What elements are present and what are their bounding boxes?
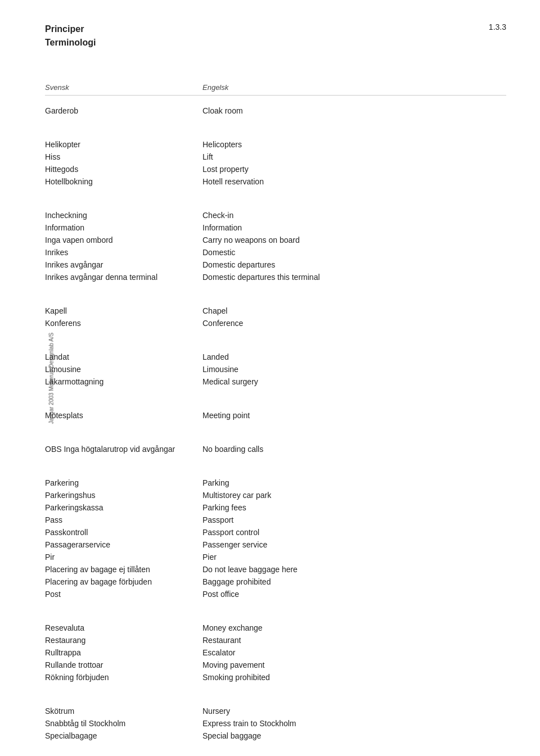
vocab-swedish-term: Limousine: [45, 365, 202, 374]
vocab-swedish-term: OBS Inga högtalarutrop vid avgångar: [45, 445, 202, 454]
vocab-english-term: Express train to Stockholm: [202, 719, 506, 728]
vocab-swedish-term: Konferens: [45, 319, 202, 328]
vocab-english-term: Special baggage: [202, 731, 506, 740]
section-gap: [45, 467, 506, 477]
vocab-row: HelikopterHelicopters: [45, 138, 506, 151]
vocab-row: Placering av bagage ej tillåtenDo not le…: [45, 563, 506, 576]
section-gap: [45, 199, 506, 209]
vocab-swedish-term: Hiss: [45, 152, 202, 161]
vocab-swedish-term: Parkeringskassa: [45, 503, 202, 512]
vocab-row: PostPost office: [45, 588, 506, 600]
vocab-section-9: SkötrumNurserySnabbtåg til StockholmExpr…: [45, 705, 506, 742]
vocab-english-term: Conference: [202, 319, 506, 328]
vocab-english-term: Information: [202, 223, 506, 232]
vocab-swedish-term: Placering av bagage ej tillåten: [45, 565, 202, 574]
vocab-english-term: Multistorey car park: [202, 491, 506, 500]
vocab-english-term: Medical surgery: [202, 377, 506, 386]
vocab-row: MötesplatsMeeting point: [45, 409, 506, 422]
vocab-english-term: Check-in: [202, 211, 506, 220]
vocab-english-term: Meeting point: [202, 411, 506, 420]
vocab-row: InrikesDomestic: [45, 246, 506, 259]
vocab-swedish-term: Resevaluta: [45, 623, 202, 632]
vocab-row: ResevalutaMoney exchange: [45, 622, 506, 634]
vocab-english-term: Carry no weapons on board: [202, 236, 506, 245]
vocab-english-term: Nursery: [202, 707, 506, 716]
vocab-row: ParkeringParking: [45, 477, 506, 489]
vocab-swedish-term: Helikopter: [45, 140, 202, 149]
vocab-swedish-term: Inrikes avgångar denna terminal: [45, 273, 202, 282]
vocab-row: Snabbtåg til StockholmExpress train to S…: [45, 717, 506, 730]
vocab-english-term: Domestic departures: [202, 260, 506, 269]
vocab-swedish-term: Rökning förbjuden: [45, 673, 202, 682]
vocab-swedish-term: Garderob: [45, 106, 202, 115]
vocab-english-term: Lift: [202, 152, 506, 161]
section-gap: [45, 295, 506, 305]
vocab-row: RestaurangRestaurant: [45, 634, 506, 646]
vocab-row: ParkeringskassaParking fees: [45, 501, 506, 514]
vocab-english-term: Post office: [202, 590, 506, 599]
vocab-section-2: IncheckningCheck-inInformationInformatio…: [45, 209, 506, 283]
vocab-swedish-term: Information: [45, 223, 202, 232]
vocab-english-term: Domestic: [202, 248, 506, 257]
section-gap: [45, 612, 506, 622]
vocab-row: SpecialbagageSpecial baggage: [45, 730, 506, 742]
vocab-row: Rökning förbjudenSmoking prohibited: [45, 671, 506, 683]
vocab-row: HissLift: [45, 151, 506, 163]
vocab-swedish-term: Placering av bagage förbjuden: [45, 577, 202, 586]
vocab-swedish-term: Läkarmottagning: [45, 377, 202, 386]
vocab-swedish-term: Hotellbokning: [45, 177, 202, 186]
vocab-row: HittegodsLost property: [45, 163, 506, 175]
vocab-english-term: Do not leave baggage here: [202, 565, 506, 574]
vocab-english-term: Escalator: [202, 648, 506, 657]
vocab-row: HotellbokningHotell reservation: [45, 175, 506, 188]
section-gap: [45, 128, 506, 138]
vocab-row: KapellChapel: [45, 305, 506, 317]
vocab-section-8: ResevalutaMoney exchangeRestaurangRestau…: [45, 622, 506, 683]
vocab-row: ParkeringshusMultistorey car park: [45, 489, 506, 501]
vocab-swedish-term: Rullande trottoar: [45, 660, 202, 669]
vocab-swedish-term: Passkontroll: [45, 528, 202, 537]
vocab-row: KonferensConference: [45, 317, 506, 329]
vocab-row: SkötrumNursery: [45, 705, 506, 717]
vocab-english-term: Hotell reservation: [202, 177, 506, 186]
section-gap: [45, 399, 506, 409]
vocab-swedish-term: Parkering: [45, 478, 202, 487]
vocab-section-4: LandatLandedLimousineLimousineLäkarmotta…: [45, 351, 506, 388]
vocab-english-term: No boarding calls: [202, 445, 506, 454]
vocab-section-1: HelikopterHelicoptersHissLiftHittegodsLo…: [45, 138, 506, 188]
vocab-swedish-term: Kapell: [45, 306, 202, 315]
vocab-row: LimousineLimousine: [45, 363, 506, 375]
vocab-row: OBS Inga högtalarutrop vid avgångarNo bo…: [45, 443, 506, 455]
vocabulary-list: GarderobCloak roomHelikopterHelicoptersH…: [45, 105, 506, 742]
vocab-swedish-term: Inrikes: [45, 248, 202, 257]
vocab-swedish-term: Restaurang: [45, 636, 202, 645]
vocab-swedish-term: Skötrum: [45, 707, 202, 716]
vocab-swedish-term: Parkeringshus: [45, 491, 202, 500]
vocab-swedish-term: Incheckning: [45, 211, 202, 220]
vocab-swedish-term: Rulltrappa: [45, 648, 202, 657]
vocab-row: Placering av bagage förbjudenBaggage pro…: [45, 576, 506, 588]
vocab-english-term: Cloak room: [202, 106, 506, 115]
vocab-row: GarderobCloak room: [45, 105, 506, 117]
vocab-section-3: KapellChapelKonferensConference: [45, 305, 506, 329]
english-column-header: Engelsk: [202, 83, 506, 92]
vocab-swedish-term: Mötesplats: [45, 411, 202, 420]
vocab-english-term: Helicopters: [202, 140, 506, 149]
vocab-swedish-term: Inrikes avgångar: [45, 260, 202, 269]
vocab-english-term: Parking fees: [202, 503, 506, 512]
vocab-swedish-term: Landat: [45, 352, 202, 361]
vocab-swedish-term: Snabbtåg til Stockholm: [45, 719, 202, 728]
vocab-section-0: GarderobCloak room: [45, 105, 506, 117]
column-headers: Svensk Engelsk: [45, 83, 506, 96]
vocab-english-term: Moving pavement: [202, 660, 506, 669]
vocab-english-term: Pier: [202, 553, 506, 562]
vocab-english-term: Domestic departures this terminal: [202, 273, 506, 282]
vocab-swedish-term: Post: [45, 590, 202, 599]
vocab-english-term: Money exchange: [202, 623, 506, 632]
vocab-row: Inga vapen ombordCarry no weapons on boa…: [45, 234, 506, 246]
vocab-swedish-term: Inga vapen ombord: [45, 236, 202, 245]
vocab-section-6: OBS Inga högtalarutrop vid avgångarNo bo…: [45, 443, 506, 455]
vocab-row: IncheckningCheck-in: [45, 209, 506, 221]
vocab-english-term: Chapel: [202, 306, 506, 315]
vocab-swedish-term: Pir: [45, 553, 202, 562]
